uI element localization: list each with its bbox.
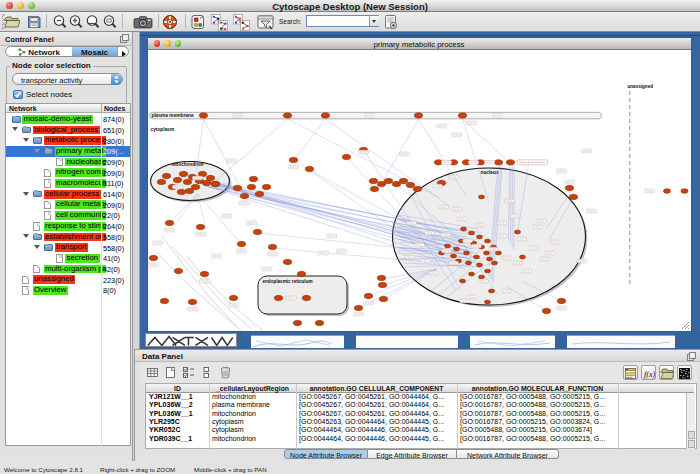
svg-text:unassigned: unassigned <box>627 84 653 89</box>
svg-text:cytoplasm: cytoplasm <box>150 127 174 132</box>
svg-text:mitochondrion: mitochondrion <box>171 162 203 167</box>
svg-text:plasma membrane: plasma membrane <box>151 113 193 118</box>
svg-text:nucleus: nucleus <box>480 170 498 175</box>
svg-text:f(x): f(x) <box>644 370 655 379</box>
svg-text:endoplasmic reticulum: endoplasmic reticulum <box>262 279 312 284</box>
